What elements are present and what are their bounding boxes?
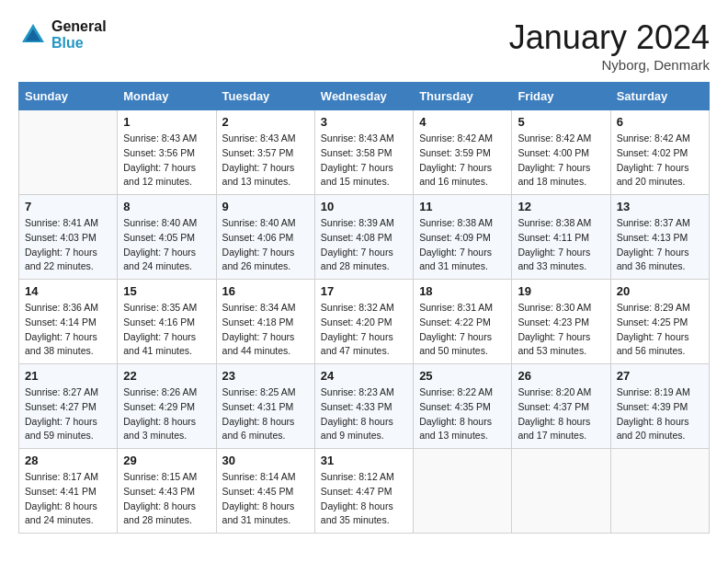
day-info: Sunrise: 8:37 AMSunset: 4:13 PMDaylight:… <box>617 216 703 274</box>
day-cell <box>512 449 610 534</box>
day-cell: 15Sunrise: 8:35 AMSunset: 4:16 PMDayligh… <box>118 280 216 364</box>
day-cell: 20Sunrise: 8:29 AMSunset: 4:25 PMDayligh… <box>610 280 709 364</box>
day-number: 15 <box>123 284 210 298</box>
day-cell: 6Sunrise: 8:42 AMSunset: 4:02 PMDaylight… <box>610 110 709 195</box>
day-cell: 28Sunrise: 8:17 AMSunset: 4:41 PMDayligh… <box>19 449 118 534</box>
day-number: 1 <box>123 115 210 129</box>
day-number: 16 <box>222 284 309 298</box>
day-cell: 2Sunrise: 8:43 AMSunset: 3:57 PMDaylight… <box>216 110 314 195</box>
calendar-header-row: SundayMondayTuesdayWednesdayThursdayFrid… <box>19 83 710 110</box>
day-info: Sunrise: 8:43 AMSunset: 3:57 PMDaylight:… <box>222 132 309 190</box>
day-info: Sunrise: 8:42 AMSunset: 3:59 PMDaylight:… <box>419 132 506 190</box>
day-info: Sunrise: 8:20 AMSunset: 4:37 PMDaylight:… <box>518 385 604 443</box>
calendar-table: SundayMondayTuesdayWednesdayThursdayFrid… <box>18 82 710 534</box>
page-header: General Blue January 2024 Nyborg, Denmar… <box>18 18 710 73</box>
day-cell: 19Sunrise: 8:30 AMSunset: 4:23 PMDayligh… <box>512 280 610 364</box>
day-number: 29 <box>123 454 210 467</box>
day-cell: 13Sunrise: 8:37 AMSunset: 4:13 PMDayligh… <box>610 195 709 280</box>
day-number: 13 <box>617 200 703 213</box>
day-cell: 25Sunrise: 8:22 AMSunset: 4:35 PMDayligh… <box>414 364 512 449</box>
day-number: 21 <box>25 369 111 383</box>
day-number: 23 <box>222 369 309 383</box>
day-info: Sunrise: 8:38 AMSunset: 4:11 PMDaylight:… <box>518 216 604 274</box>
day-number: 9 <box>222 200 309 213</box>
day-cell: 14Sunrise: 8:36 AMSunset: 4:14 PMDayligh… <box>19 280 118 364</box>
day-cell: 4Sunrise: 8:42 AMSunset: 3:59 PMDaylight… <box>414 110 512 195</box>
day-cell: 1Sunrise: 8:43 AMSunset: 3:56 PMDaylight… <box>118 110 216 195</box>
col-header-thursday: Thursday <box>414 83 512 110</box>
day-cell: 8Sunrise: 8:40 AMSunset: 4:05 PMDaylight… <box>118 195 216 280</box>
day-cell: 18Sunrise: 8:31 AMSunset: 4:22 PMDayligh… <box>414 280 512 364</box>
day-info: Sunrise: 8:40 AMSunset: 4:06 PMDaylight:… <box>222 216 309 274</box>
day-cell: 23Sunrise: 8:25 AMSunset: 4:31 PMDayligh… <box>216 364 314 449</box>
day-info: Sunrise: 8:23 AMSunset: 4:33 PMDaylight:… <box>321 385 407 443</box>
day-number: 2 <box>222 115 309 129</box>
day-info: Sunrise: 8:41 AMSunset: 4:03 PMDaylight:… <box>25 216 111 274</box>
day-number: 12 <box>518 200 604 213</box>
day-cell: 31Sunrise: 8:12 AMSunset: 4:47 PMDayligh… <box>314 449 413 534</box>
day-number: 20 <box>617 284 703 298</box>
day-info: Sunrise: 8:39 AMSunset: 4:08 PMDaylight:… <box>321 216 407 274</box>
day-number: 27 <box>617 369 703 383</box>
day-cell: 22Sunrise: 8:26 AMSunset: 4:29 PMDayligh… <box>118 364 216 449</box>
logo: General Blue <box>18 18 107 52</box>
day-cell: 29Sunrise: 8:15 AMSunset: 4:43 PMDayligh… <box>118 449 216 534</box>
day-cell <box>19 110 118 195</box>
day-info: Sunrise: 8:26 AMSunset: 4:29 PMDaylight:… <box>123 385 210 443</box>
day-info: Sunrise: 8:34 AMSunset: 4:18 PMDaylight:… <box>222 301 309 359</box>
day-number: 11 <box>419 200 506 213</box>
day-info: Sunrise: 8:42 AMSunset: 4:00 PMDaylight:… <box>518 132 604 190</box>
day-info: Sunrise: 8:19 AMSunset: 4:39 PMDaylight:… <box>617 385 703 443</box>
col-header-monday: Monday <box>118 83 216 110</box>
day-number: 5 <box>518 115 604 129</box>
day-info: Sunrise: 8:31 AMSunset: 4:22 PMDaylight:… <box>419 301 506 359</box>
day-cell: 5Sunrise: 8:42 AMSunset: 4:00 PMDaylight… <box>512 110 610 195</box>
week-row-3: 21Sunrise: 8:27 AMSunset: 4:27 PMDayligh… <box>19 364 710 449</box>
logo-text: General Blue <box>51 18 107 52</box>
day-number: 19 <box>518 284 604 298</box>
day-info: Sunrise: 8:25 AMSunset: 4:31 PMDaylight:… <box>222 385 309 443</box>
title-block: January 2024 Nyborg, Denmark <box>509 18 710 73</box>
day-cell: 17Sunrise: 8:32 AMSunset: 4:20 PMDayligh… <box>314 280 413 364</box>
day-info: Sunrise: 8:43 AMSunset: 3:58 PMDaylight:… <box>321 132 407 190</box>
day-info: Sunrise: 8:15 AMSunset: 4:43 PMDaylight:… <box>123 470 210 528</box>
day-cell: 11Sunrise: 8:38 AMSunset: 4:09 PMDayligh… <box>414 195 512 280</box>
day-cell: 9Sunrise: 8:40 AMSunset: 4:06 PMDaylight… <box>216 195 314 280</box>
day-info: Sunrise: 8:32 AMSunset: 4:20 PMDaylight:… <box>321 301 407 359</box>
col-header-sunday: Sunday <box>19 83 118 110</box>
day-number: 6 <box>617 115 703 129</box>
day-info: Sunrise: 8:38 AMSunset: 4:09 PMDaylight:… <box>419 216 506 274</box>
col-header-wednesday: Wednesday <box>314 83 413 110</box>
day-cell: 27Sunrise: 8:19 AMSunset: 4:39 PMDayligh… <box>610 364 709 449</box>
month-title: January 2024 <box>509 18 710 57</box>
day-number: 26 <box>518 369 604 383</box>
week-row-2: 14Sunrise: 8:36 AMSunset: 4:14 PMDayligh… <box>19 280 710 364</box>
day-cell: 24Sunrise: 8:23 AMSunset: 4:33 PMDayligh… <box>314 364 413 449</box>
col-header-tuesday: Tuesday <box>216 83 314 110</box>
day-number: 22 <box>123 369 210 383</box>
location: Nyborg, Denmark <box>509 57 710 73</box>
day-number: 24 <box>321 369 407 383</box>
day-number: 10 <box>321 200 407 213</box>
day-number: 4 <box>419 115 506 129</box>
day-number: 8 <box>123 200 210 213</box>
col-header-saturday: Saturday <box>610 83 709 110</box>
day-cell <box>414 449 512 534</box>
day-cell: 7Sunrise: 8:41 AMSunset: 4:03 PMDaylight… <box>19 195 118 280</box>
day-number: 7 <box>25 200 111 213</box>
day-cell: 16Sunrise: 8:34 AMSunset: 4:18 PMDayligh… <box>216 280 314 364</box>
day-info: Sunrise: 8:14 AMSunset: 4:45 PMDaylight:… <box>222 470 309 528</box>
day-cell: 3Sunrise: 8:43 AMSunset: 3:58 PMDaylight… <box>314 110 413 195</box>
day-info: Sunrise: 8:36 AMSunset: 4:14 PMDaylight:… <box>25 301 111 359</box>
week-row-0: 1Sunrise: 8:43 AMSunset: 3:56 PMDaylight… <box>19 110 710 195</box>
day-info: Sunrise: 8:30 AMSunset: 4:23 PMDaylight:… <box>518 301 604 359</box>
day-info: Sunrise: 8:35 AMSunset: 4:16 PMDaylight:… <box>123 301 210 359</box>
day-number: 31 <box>321 454 407 467</box>
day-cell: 12Sunrise: 8:38 AMSunset: 4:11 PMDayligh… <box>512 195 610 280</box>
day-number: 28 <box>25 454 111 467</box>
day-info: Sunrise: 8:17 AMSunset: 4:41 PMDaylight:… <box>25 470 111 528</box>
day-number: 14 <box>25 284 111 298</box>
logo-icon <box>18 20 48 50</box>
day-number: 3 <box>321 115 407 129</box>
day-cell <box>610 449 709 534</box>
